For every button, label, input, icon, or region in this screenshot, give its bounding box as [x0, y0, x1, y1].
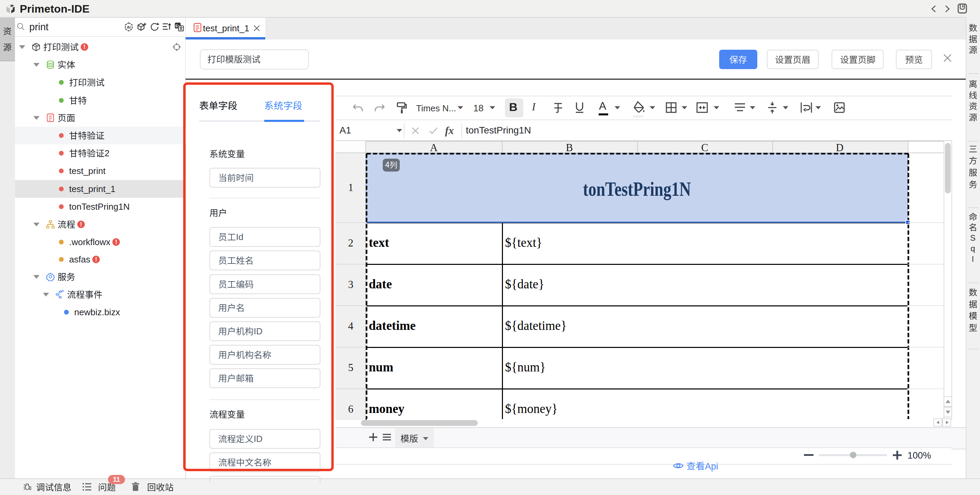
svg-text:AI: AI	[127, 25, 131, 29]
